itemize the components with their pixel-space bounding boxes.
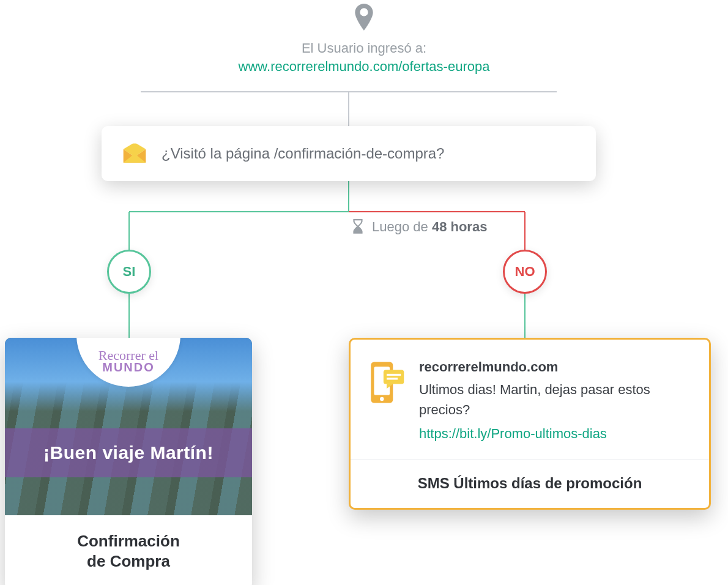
trigger-label: El Usuario ingresó a:	[150, 40, 578, 56]
no-label: NO	[515, 264, 535, 280]
email-ribbon: ¡Buen viaje Martín!	[5, 428, 252, 477]
sms-text: recorrerelmundo.com Ultimos dias! Martin…	[419, 357, 691, 444]
email-caption-line2: de Compra	[87, 552, 170, 570]
trigger-url: www.recorrerelmundo.com/ofertas-europa	[150, 59, 578, 75]
brand-logo-line1: Recorrer el	[98, 350, 158, 361]
sms-message: Ultimos dias! Martin, dejas pasar estos …	[419, 382, 650, 417]
sms-caption: SMS Últimos días de promoción	[351, 460, 709, 508]
svg-point-15	[380, 397, 384, 401]
email-caption-line1: Confirmación	[77, 532, 180, 550]
yes-badge: SI	[107, 250, 151, 294]
sms-link: https://bit.ly/Promo-ultimos-dias	[419, 423, 691, 444]
condition-question: ¿Visitó la página /confirmación-de-compr…	[162, 145, 444, 162]
condition-card: ¿Visitó la página /confirmación-de-compr…	[102, 126, 596, 181]
svg-marker-12	[132, 140, 136, 144]
yes-label: SI	[123, 264, 136, 280]
no-badge: NO	[503, 250, 547, 294]
delay-prefix: Luego de	[372, 219, 428, 234]
automation-diagram: El Usuario ingresó a: www.recorrerelmund…	[0, 0, 728, 585]
envelope-icon	[121, 140, 148, 167]
svg-rect-19	[387, 378, 398, 379]
brand-logo-line2: MUNDO	[102, 360, 155, 374]
svg-rect-18	[387, 374, 401, 376]
email-card: Recorrer el MUNDO ¡Buen viaje Martín! Co…	[5, 338, 252, 585]
email-ribbon-text: ¡Buen viaje Martín!	[43, 442, 214, 463]
hourglass-icon	[351, 219, 365, 235]
delay-label: Luego de 48 horas	[351, 219, 487, 235]
trigger-block: El Usuario ingresó a: www.recorrerelmund…	[150, 40, 578, 75]
email-caption: Confirmación de Compra	[5, 515, 252, 585]
location-pin-icon	[353, 4, 375, 31]
svg-rect-16	[384, 370, 404, 384]
sms-body: recorrerelmundo.com Ultimos dias! Martin…	[351, 340, 709, 460]
sms-sender: recorrerelmundo.com	[419, 357, 691, 377]
email-hero: Recorrer el MUNDO ¡Buen viaje Martín!	[5, 338, 252, 515]
sms-card: recorrerelmundo.com Ultimos dias! Martin…	[349, 338, 711, 510]
phone-sms-icon	[368, 360, 406, 404]
delay-highlight: 48 horas	[432, 219, 488, 234]
